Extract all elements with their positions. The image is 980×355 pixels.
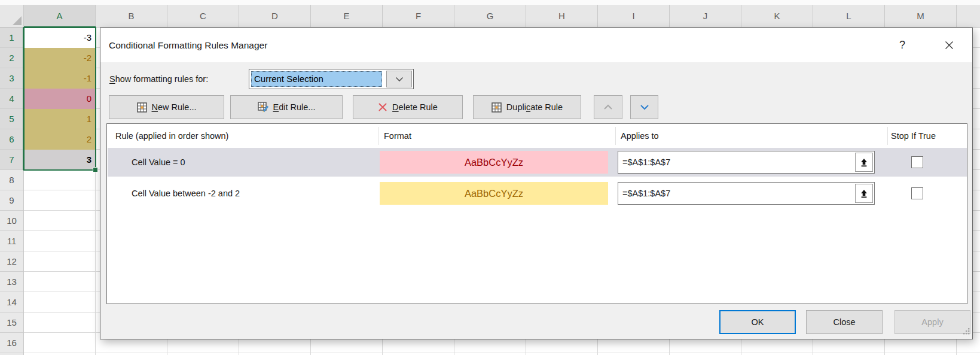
column-header[interactable]: E <box>311 5 383 27</box>
row-header[interactable]: 12 <box>0 251 23 272</box>
cell[interactable] <box>24 333 96 353</box>
column-header[interactable]: K <box>741 5 813 27</box>
column-header[interactable]: I <box>598 5 670 27</box>
fill-handle[interactable] <box>93 167 98 172</box>
cell[interactable] <box>24 251 96 272</box>
cell[interactable] <box>24 272 96 292</box>
edit-rule-icon <box>258 102 268 113</box>
cell[interactable]: -1 <box>24 68 96 89</box>
stop-column-header: Stop If True <box>891 124 936 148</box>
delete-rule-button[interactable]: Delete Rule <box>353 95 463 119</box>
row-header[interactable]: 7 <box>0 150 23 170</box>
duplicate-rule-label: Duplicate Rule <box>506 102 563 112</box>
scope-dropdown[interactable]: Current Selection <box>249 69 414 89</box>
rule-description: Cell Value = 0 <box>132 148 185 177</box>
help-button[interactable]: ? <box>894 28 910 62</box>
column-a-cells: -3 -2 -1 0 1 2 3 <box>24 28 96 353</box>
chevron-down-icon <box>640 104 649 110</box>
column-header[interactable]: C <box>167 5 239 27</box>
cell[interactable]: 2 <box>24 129 96 150</box>
selected-column-indicator <box>24 26 96 28</box>
row-header[interactable]: 1 <box>0 28 23 48</box>
select-all-button[interactable] <box>0 5 24 27</box>
row-header[interactable]: 14 <box>0 292 23 312</box>
sheet-top-strip <box>0 0 980 5</box>
dialog-title: Conditional Formatting Rules Manager <box>109 28 267 62</box>
column-header[interactable]: L <box>813 5 885 27</box>
cell[interactable] <box>24 312 96 333</box>
cell[interactable]: -2 <box>24 48 96 68</box>
resize-grip[interactable] <box>961 326 970 338</box>
cf-rules-manager-dialog: Conditional Formatting Rules Manager ? S… <box>100 28 973 339</box>
close-button-footer[interactable]: Close <box>806 310 883 334</box>
header-divider <box>615 127 616 145</box>
cell[interactable]: 3 <box>24 150 96 170</box>
rules-list-header: Rule (applied in order shown) Format App… <box>107 124 967 148</box>
new-rule-label: New Rule... <box>152 102 197 112</box>
column-header[interactable]: M <box>885 5 957 27</box>
row-header[interactable]: 10 <box>0 211 23 231</box>
header-divider <box>378 127 379 145</box>
chevron-down-icon[interactable] <box>386 71 412 87</box>
range-picker-button[interactable] <box>855 184 873 203</box>
column-header[interactable]: J <box>670 5 741 27</box>
collapse-dialog-icon <box>860 158 868 167</box>
cell[interactable] <box>24 170 96 190</box>
header-divider <box>887 127 888 145</box>
row-header[interactable]: 2 <box>0 48 23 68</box>
cell[interactable] <box>24 211 96 231</box>
new-rule-button[interactable]: New Rule... <box>109 95 224 119</box>
cell[interactable] <box>24 231 96 251</box>
applies-to-input[interactable] <box>618 151 854 173</box>
scope-dropdown-value: Current Selection <box>251 71 382 87</box>
move-rule-up-button[interactable] <box>594 95 622 119</box>
show-rules-label: Show formatting rules for: <box>109 69 208 89</box>
row-header[interactable]: 4 <box>0 89 23 109</box>
row-header[interactable]: 8 <box>0 170 23 190</box>
rule-row[interactable]: Cell Value between -2 and 2 AaBbCcYyZz <box>108 179 967 208</box>
delete-rule-label: Delete Rule <box>392 102 438 112</box>
ok-button[interactable]: OK <box>719 310 796 334</box>
cell[interactable]: 0 <box>24 89 96 109</box>
duplicate-rule-button[interactable]: Duplicate Rule <box>473 95 581 119</box>
row-header[interactable]: 9 <box>0 190 23 211</box>
apply-button: Apply <box>894 310 970 334</box>
column-header[interactable]: G <box>454 5 526 27</box>
close-button[interactable] <box>939 28 959 62</box>
rule-row-selected[interactable]: Cell Value = 0 AaBbCcYyZz <box>108 148 967 177</box>
cell[interactable] <box>24 292 96 312</box>
close-icon <box>945 41 954 50</box>
range-picker-button[interactable] <box>855 153 873 172</box>
select-all-triangle-icon <box>13 16 22 25</box>
row-header[interactable]: 3 <box>0 68 23 89</box>
delete-x-icon <box>378 102 387 112</box>
rule-description: Cell Value between -2 and 2 <box>132 179 240 208</box>
stop-if-true-checkbox[interactable] <box>911 187 923 199</box>
row-header[interactable]: 5 <box>0 109 23 129</box>
edit-rule-button[interactable]: Edit Rule... <box>230 95 343 119</box>
column-header[interactable]: D <box>239 5 311 27</box>
dialog-titlebar[interactable]: Conditional Formatting Rules Manager ? <box>100 28 972 62</box>
row-header[interactable]: 11 <box>0 231 23 251</box>
column-headers: A B C D E F G H I J <box>24 5 957 27</box>
applies-column-header: Applies to <box>621 124 659 148</box>
column-header[interactable]: F <box>383 5 454 27</box>
cell[interactable]: 1 <box>24 109 96 129</box>
new-rule-table-icon <box>137 102 147 113</box>
row-header[interactable]: 13 <box>0 272 23 292</box>
excel-window: A B C D E F G H I J <box>0 0 980 355</box>
rule-column-header: Rule (applied in order shown) <box>115 124 228 148</box>
collapse-dialog-icon <box>860 189 868 198</box>
stop-if-true-checkbox[interactable] <box>911 156 923 168</box>
column-header[interactable]: H <box>526 5 598 27</box>
applies-to-input[interactable] <box>618 183 854 204</box>
row-header[interactable]: 6 <box>0 129 23 150</box>
move-rule-down-button[interactable] <box>630 95 658 119</box>
column-header[interactable]: A <box>24 5 96 27</box>
cell[interactable]: -3 <box>24 28 96 48</box>
column-header[interactable]: B <box>96 5 167 27</box>
cell[interactable] <box>24 190 96 211</box>
row-header[interactable]: 15 <box>0 312 23 333</box>
row-header[interactable]: 16 <box>0 333 23 353</box>
column-header-band: A B C D E F G H I J <box>0 5 980 28</box>
